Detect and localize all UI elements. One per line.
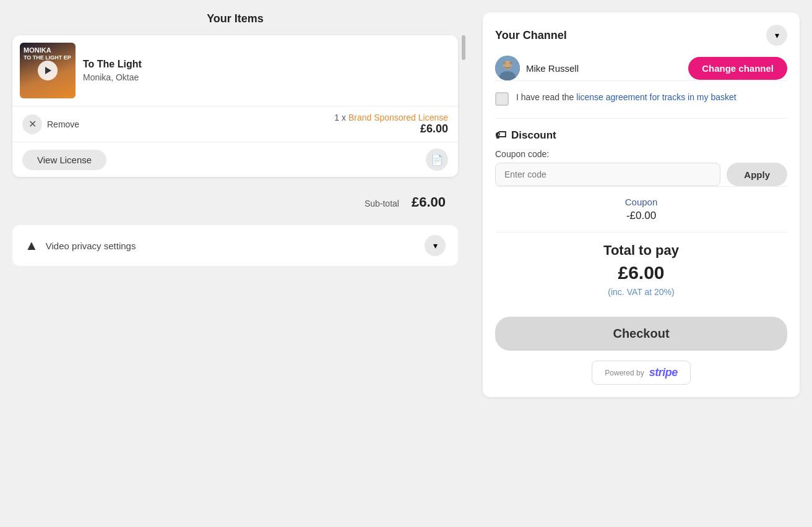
total-section: Total to pay £6.00 (inc. VAT at 20%) — [495, 232, 787, 307]
album-art-text: MONIKA TO THE LIGHT EP — [24, 46, 71, 61]
apply-button[interactable]: Apply — [727, 163, 787, 186]
item-top: MONIKA TO THE LIGHT EP To The Light Moni… — [12, 35, 458, 106]
tag-icon: 🏷 — [495, 129, 506, 142]
agreement-section: I have read the license agreement for tr… — [495, 80, 787, 116]
discount-title: Discount — [511, 129, 556, 142]
coupon-summary-value: -£0.00 — [495, 210, 787, 222]
powered-by-text: Powered by — [605, 369, 644, 377]
agreement-row: I have read the license agreement for tr… — [495, 91, 787, 106]
stripe-box: Powered by stripe — [592, 361, 690, 385]
scroll-track — [460, 35, 465, 177]
license-info: 1 x Brand Sponsored License £6.00 — [334, 113, 448, 135]
remove-text: Remove — [47, 119, 79, 129]
document-icon[interactable]: 📄 — [426, 148, 448, 171]
privacy-card: ▲ Video privacy settings ▾ — [12, 225, 458, 266]
subtotal-label: Sub-total — [365, 199, 399, 208]
user-name: Mike Russell — [526, 63, 579, 74]
license-price: £6.00 — [334, 122, 448, 135]
svg-point-4 — [509, 62, 512, 65]
privacy-dropdown-button[interactable]: ▾ — [425, 235, 446, 256]
album-main-title: MONIKA — [24, 46, 71, 54]
your-items-title: Your Items — [12, 12, 458, 25]
coupon-row: Apply — [495, 163, 787, 186]
license-count: 1 x — [334, 113, 346, 122]
license-type: 1 x Brand Sponsored License — [334, 113, 448, 122]
channel-card: Your Channel ▾ Mike Russell Chan — [483, 12, 800, 397]
item-card: MONIKA TO THE LIGHT EP To The Light Moni… — [12, 35, 458, 177]
item-info: To The Light Monika, Oktae — [83, 59, 451, 82]
svg-point-3 — [503, 62, 506, 65]
checkout-button[interactable]: Checkout — [495, 317, 787, 351]
view-license-button[interactable]: View License — [22, 150, 106, 170]
remove-button[interactable]: ✕ Remove — [22, 114, 79, 134]
vat-text: (inc. VAT at 20%) — [495, 287, 787, 297]
avatar-image — [495, 56, 520, 80]
channel-user: Mike Russell — [495, 56, 579, 80]
play-button[interactable] — [38, 61, 58, 80]
album-art: MONIKA TO THE LIGHT EP — [20, 43, 76, 98]
warning-icon: ▲ — [25, 238, 38, 254]
avatar — [495, 56, 520, 80]
coupon-summary-label: Coupon — [495, 197, 787, 207]
coupon-input[interactable] — [495, 163, 720, 186]
stripe-logo: stripe — [649, 366, 678, 379]
channel-title: Your Channel — [495, 29, 567, 42]
stripe-badge: Powered by stripe — [495, 361, 787, 385]
subtotal-value: £6.00 — [412, 194, 446, 210]
item-footer: View License 📄 — [12, 142, 458, 177]
channel-row: Mike Russell Change channel — [495, 56, 787, 80]
item-actions: ✕ Remove 1 x Brand Sponsored License £6.… — [12, 106, 458, 142]
track-name: To The Light — [83, 59, 451, 70]
coupon-label: Coupon code: — [495, 149, 787, 159]
channel-header: Your Channel ▾ — [495, 25, 787, 46]
total-amount: £6.00 — [495, 262, 787, 283]
right-panel: Your Channel ▾ Mike Russell Chan — [470, 0, 812, 527]
subtotal-row: Sub-total £6.00 — [12, 187, 458, 218]
total-label: Total to pay — [495, 242, 787, 259]
agreement-checkbox[interactable] — [495, 92, 509, 106]
discount-heading: 🏷 Discount — [495, 129, 787, 142]
privacy-left: ▲ Video privacy settings — [25, 238, 136, 254]
remove-icon: ✕ — [22, 114, 42, 134]
agreement-text: I have read the license agreement for tr… — [516, 91, 736, 104]
album-sub-title: TO THE LIGHT EP — [24, 54, 71, 61]
coupon-summary: Coupon -£0.00 — [495, 186, 787, 232]
license-type-link[interactable]: Brand Sponsored License — [348, 113, 448, 122]
change-channel-button[interactable]: Change channel — [688, 57, 787, 80]
track-artist: Monika, Oktae — [83, 72, 451, 82]
left-panel: Your Items MONIKA TO THE LIGHT EP To The… — [0, 0, 470, 527]
discount-section: 🏷 Discount Coupon code: Apply — [495, 118, 787, 186]
privacy-text: Video privacy settings — [46, 241, 136, 251]
license-agreement-link[interactable]: license agreement for tracks in my baske… — [576, 92, 736, 102]
scroll-thumb[interactable] — [462, 35, 465, 60]
channel-dropdown-button[interactable]: ▾ — [766, 25, 787, 46]
